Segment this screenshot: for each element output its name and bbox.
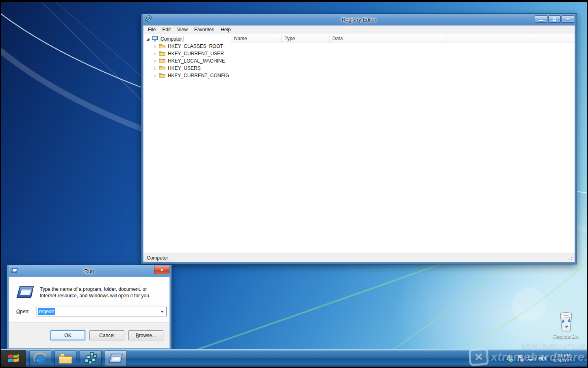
- run-titlebar[interactable]: Run ×: [9, 265, 170, 277]
- tree-node-hkey-classes-root[interactable]: ▷ HKEY_CLASSES_ROOT: [145, 43, 231, 50]
- tree-label[interactable]: HKEY_CURRENT_USER: [166, 50, 226, 57]
- taskbar: 1:11 PM 9/24/2011: [1, 349, 587, 367]
- run-app-icon: [11, 267, 18, 275]
- registry-tree-pane: ◢ Computer: [143, 34, 231, 253]
- taskbar-item-file-explorer[interactable]: [54, 351, 76, 366]
- minimize-icon: [539, 20, 543, 21]
- taskbar-item-internet-explorer[interactable]: [29, 351, 51, 366]
- collapsed-arrow-icon[interactable]: ▷: [152, 59, 158, 63]
- minimize-button[interactable]: [535, 15, 547, 23]
- collapsed-arrow-icon[interactable]: ▷: [152, 74, 158, 78]
- tree-label[interactable]: HKEY_CLASSES_ROOT: [166, 43, 225, 50]
- run-title: Run: [9, 268, 170, 274]
- column-header-data[interactable]: Data: [330, 34, 447, 43]
- tree-label[interactable]: HKEY_CURRENT_CONFIG: [166, 72, 231, 79]
- close-button[interactable]: ×: [562, 15, 574, 23]
- tree-node-hkey-local-machine[interactable]: ▷ HKEY_LOCAL_MACHINE: [145, 57, 231, 65]
- expanded-arrow-icon[interactable]: ◢: [145, 37, 151, 41]
- maximize-icon: [553, 17, 556, 21]
- menu-edit[interactable]: Edit: [159, 26, 174, 33]
- regedit-statusbar: Computer: [143, 253, 575, 262]
- browse-button[interactable]: Browse...: [128, 330, 163, 340]
- menu-view[interactable]: View: [174, 26, 191, 33]
- collapsed-arrow-icon[interactable]: ▷: [152, 67, 158, 70]
- combobox-dropdown-button[interactable]: [158, 307, 166, 316]
- statusbar-text: Computer: [147, 255, 168, 261]
- windows-logo-icon: [7, 353, 20, 364]
- run-close-button[interactable]: ×: [154, 266, 169, 274]
- close-icon: ×: [566, 17, 569, 22]
- column-header-name[interactable]: Name: [231, 34, 282, 43]
- run-dialog: Run ×: [7, 265, 172, 351]
- registry-editor-window: Registry Editor × File Edit View Favorit…: [141, 13, 577, 264]
- tree-label-computer[interactable]: Computer: [159, 36, 184, 42]
- collapsed-arrow-icon[interactable]: ▷: [152, 45, 158, 48]
- run-dialog-icon: [16, 285, 34, 303]
- desktop: Recycle Bin b32615d501a711d0: [1, 2, 587, 367]
- folder-icon: [158, 58, 166, 64]
- registry-editor-title: Registry Editor: [143, 17, 575, 23]
- folder-icon: [59, 353, 72, 364]
- resize-grip[interactable]: [569, 255, 574, 262]
- registry-editor-titlebar[interactable]: Registry Editor ×: [143, 14, 575, 25]
- ok-button[interactable]: OK: [50, 330, 85, 340]
- values-list-empty[interactable]: [231, 43, 575, 253]
- menu-help[interactable]: Help: [217, 26, 234, 33]
- folder-icon: [158, 73, 166, 79]
- regedit-app-icon: [145, 15, 152, 24]
- taskbar-item-run[interactable]: [105, 351, 127, 366]
- taskbar-clock[interactable]: 1:11 PM 9/24/2011: [549, 353, 575, 364]
- tree-node-hkey-users[interactable]: ▷ HKEY_USERS: [145, 65, 231, 72]
- open-combobox[interactable]: regedit: [37, 307, 167, 316]
- chevron-down-icon: [161, 311, 164, 313]
- network-icon[interactable]: [527, 355, 536, 362]
- column-header-type[interactable]: Type: [282, 34, 330, 43]
- folder-icon: [158, 65, 166, 71]
- taskbar-item-registry-editor[interactable]: [80, 351, 102, 366]
- recycle-bin-label: Recycle Bin: [552, 334, 580, 340]
- maximize-button[interactable]: [548, 15, 561, 23]
- regedit-menubar: File Edit View Favorites Help: [143, 26, 575, 34]
- column-headers: Name Type Data: [231, 34, 575, 43]
- open-input-value[interactable]: regedit: [38, 308, 55, 315]
- action-center-flag-icon[interactable]: [516, 355, 525, 362]
- folder-icon: [158, 43, 166, 50]
- internet-explorer-icon: [33, 352, 47, 365]
- usb-safely-remove-icon[interactable]: [506, 355, 514, 362]
- tree-node-computer[interactable]: ◢ Computer: [145, 35, 231, 43]
- registry-values-pane: Name Type Data: [231, 34, 575, 253]
- regedit-cubes-icon: [84, 352, 97, 365]
- open-label: Open:: [16, 309, 37, 314]
- cancel-button[interactable]: Cancel: [89, 330, 124, 340]
- tree-label[interactable]: HKEY_USERS: [166, 65, 202, 71]
- collapsed-arrow-icon[interactable]: ▷: [152, 52, 158, 56]
- clock-date: 9/24/2011: [553, 358, 572, 364]
- run-window-icon: [108, 353, 123, 365]
- recycle-bin-icon: [557, 326, 575, 333]
- menu-file[interactable]: File: [145, 26, 159, 33]
- close-icon: ×: [160, 267, 163, 273]
- run-description: Type the name of a program, folder, docu…: [40, 286, 165, 303]
- start-button[interactable]: [1, 350, 26, 367]
- column-header-filler: [447, 34, 575, 43]
- computer-icon: [151, 36, 159, 43]
- clock-time: 1:11 PM: [553, 353, 572, 358]
- menu-favorites[interactable]: Favorites: [191, 26, 217, 33]
- volume-icon[interactable]: [538, 355, 547, 362]
- tree-node-hkey-current-config[interactable]: ▷ HKEY_CURRENT_CONFIG: [145, 72, 231, 79]
- folder-icon: [158, 51, 166, 57]
- recycle-bin[interactable]: Recycle Bin: [552, 311, 580, 340]
- tree-label[interactable]: HKEY_LOCAL_MACHINE: [166, 58, 227, 64]
- system-tray: 1:11 PM 9/24/2011: [506, 350, 587, 367]
- screen: Recycle Bin b32615d501a711d0: [0, 0, 588, 368]
- tree-node-hkey-current-user[interactable]: ▷ HKEY_CURRENT_USER: [145, 50, 231, 57]
